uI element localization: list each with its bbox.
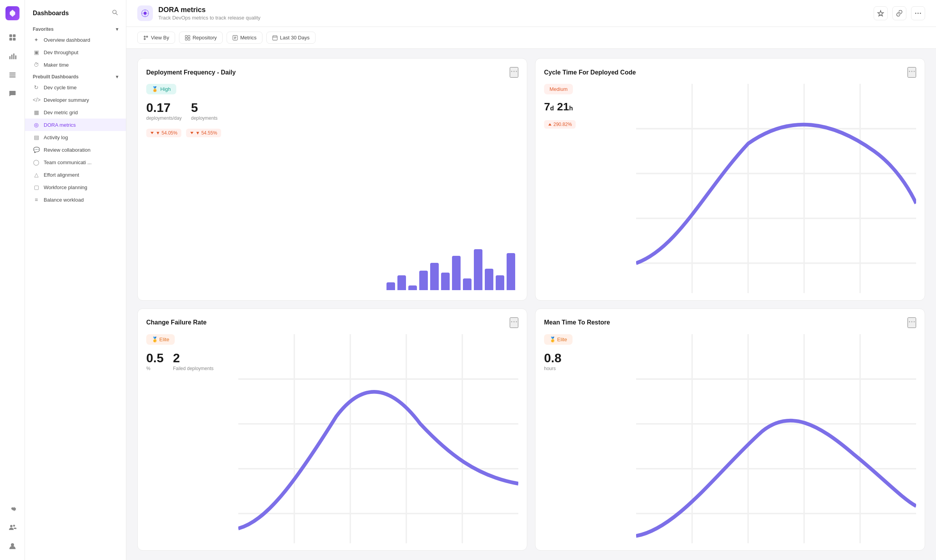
sidebar-item-label: Workforce planning xyxy=(44,184,87,190)
metric-value-1: 0.17 deployments/day xyxy=(146,101,182,121)
chart-nav-icon[interactable] xyxy=(5,48,20,64)
prebuilt-section[interactable]: Prebuilt Dashboards ▾ xyxy=(25,71,126,81)
svg-rect-3 xyxy=(13,38,16,41)
svg-rect-1 xyxy=(13,34,16,37)
dashboard-grid: Deployment Frequency - Daily 🏅 High 0.17 xyxy=(126,49,936,560)
favorites-section[interactable]: Favorites ▾ xyxy=(25,23,126,34)
svg-point-64 xyxy=(909,321,910,322)
repository-label: Repository xyxy=(193,35,217,41)
more-button[interactable] xyxy=(911,6,925,20)
svg-point-17 xyxy=(144,12,147,15)
svg-point-65 xyxy=(911,321,913,322)
overview-icon: ✦ xyxy=(33,37,40,43)
sidebar-item-workforce-planning[interactable]: ▢ Workforce planning xyxy=(25,181,126,193)
sidebar-item-dev-cycle-time[interactable]: ↻ Dev cycle time xyxy=(25,81,126,94)
svg-rect-4 xyxy=(9,56,11,59)
activity-icon: ▤ xyxy=(33,134,40,140)
sidebar-item-label: Dev metric grid xyxy=(44,110,78,115)
deployment-frequency-card: Deployment Frequency - Daily 🏅 High 0.17 xyxy=(137,58,527,301)
sidebar: Dashboards Favorites ▾ ✦ Overview dashbo… xyxy=(25,0,126,560)
card-menu-button[interactable] xyxy=(908,67,916,78)
favorite-button[interactable] xyxy=(874,6,888,20)
list-nav-icon[interactable] xyxy=(5,67,20,83)
metric-label: hours xyxy=(544,366,561,371)
sidebar-item-overview[interactable]: ✦ Overview dashboard xyxy=(25,34,126,46)
svg-rect-5 xyxy=(11,55,12,59)
sidebar-item-activity-log[interactable]: ▤ Activity log xyxy=(25,131,126,144)
metric-number-2: 2 xyxy=(173,352,213,364)
settings-nav-icon[interactable] xyxy=(5,501,20,516)
dora-header-icon xyxy=(137,5,153,21)
metric-values: 7d 21h xyxy=(544,101,630,112)
chat-nav-icon[interactable] xyxy=(5,86,20,101)
link-button[interactable] xyxy=(892,6,906,20)
svg-rect-2 xyxy=(9,38,12,41)
card-menu-button[interactable] xyxy=(510,67,518,78)
sidebar-item-dev-metric-grid[interactable]: ▦ Dev metric grid xyxy=(25,106,126,119)
svg-point-41 xyxy=(909,71,910,72)
code-icon: </> xyxy=(33,97,40,103)
sidebar-item-effort-alignment[interactable]: △ Effort alignment xyxy=(25,168,126,181)
user-nav-icon[interactable] xyxy=(5,538,20,554)
metric-value-2: 2 Failed deployments xyxy=(173,352,213,371)
change-failure-card: Change Failure Rate 🥇 Elite 0.5 % xyxy=(137,308,527,551)
sidebar-item-maker-time[interactable]: ⏱ Maker time xyxy=(25,58,126,71)
sidebar-item-label: Activity log xyxy=(44,135,68,140)
sidebar-item-team-communication[interactable]: ◯ Team communicati ... xyxy=(25,156,126,168)
cycle-icon: ↻ xyxy=(33,84,40,90)
card-menu-button[interactable] xyxy=(908,317,916,328)
change-badge-2: ▼ 54.55% xyxy=(186,129,221,137)
svg-rect-27 xyxy=(188,38,190,40)
dora-icon: ◎ xyxy=(33,122,40,128)
repository-filter[interactable]: Repository xyxy=(179,32,223,44)
sidebar-item-dev-throughput[interactable]: ▣ Dev throughput xyxy=(25,46,126,58)
svg-rect-32 xyxy=(273,36,277,40)
svg-point-11 xyxy=(10,525,12,527)
svg-point-20 xyxy=(920,13,921,14)
view-by-filter[interactable]: View By xyxy=(137,32,175,44)
line-chart-container xyxy=(636,334,916,544)
metrics-filter[interactable]: Metrics xyxy=(227,32,262,44)
card-menu-button[interactable] xyxy=(510,317,518,328)
grid-nav-icon[interactable] xyxy=(5,30,20,45)
bar xyxy=(386,282,395,290)
svg-marker-44 xyxy=(548,123,551,126)
sidebar-item-label: DORA metrics xyxy=(44,122,76,128)
sidebar-item-developer-summary[interactable]: </> Developer summary xyxy=(25,94,126,106)
icon-nav xyxy=(0,0,25,560)
change-badge-1: 290.82% xyxy=(544,120,576,129)
card-left: 🏅 High 0.17 deployments/day 5 deployment… xyxy=(146,84,232,293)
svg-rect-6 xyxy=(13,53,14,59)
metric-number: 7d 21h xyxy=(544,101,573,112)
svg-point-19 xyxy=(918,13,919,14)
sidebar-item-label: Dev throughput xyxy=(44,50,78,55)
svg-line-15 xyxy=(116,13,117,15)
svg-rect-9 xyxy=(9,74,16,76)
card-header: Cycle Time For Deployed Code xyxy=(544,67,916,78)
date-label: Last 30 Days xyxy=(280,35,310,41)
quality-badge: Medium xyxy=(544,84,573,94)
sidebar-item-review-collaboration[interactable]: 💬 Review collaboration xyxy=(25,144,126,156)
app-logo[interactable] xyxy=(5,6,20,20)
sidebar-search-icon[interactable] xyxy=(112,9,118,17)
metric-number: 0.5 xyxy=(146,352,163,364)
team-nav-icon[interactable] xyxy=(5,519,20,535)
bar xyxy=(408,285,417,290)
svg-point-23 xyxy=(144,38,146,40)
bar-chart-container xyxy=(238,84,518,293)
svg-point-42 xyxy=(911,71,913,72)
cycle-time-card: Cycle Time For Deployed Code Medium 7d 2… xyxy=(535,58,925,301)
sidebar-item-label: Developer summary xyxy=(44,97,89,103)
svg-marker-39 xyxy=(151,132,154,134)
throughput-icon: ▣ xyxy=(33,49,40,55)
sidebar-item-dora-metrics[interactable]: ◎ DORA metrics xyxy=(25,119,126,131)
date-filter[interactable]: Last 30 Days xyxy=(266,32,316,44)
review-icon: 💬 xyxy=(33,147,40,153)
svg-point-38 xyxy=(516,71,517,72)
metric-values: 0.8 hours xyxy=(544,352,630,371)
card-left: 🥇 Elite 0.5 % 2 Failed deployments xyxy=(146,334,232,544)
sidebar-item-balance-workload[interactable]: ≡ Balance workload xyxy=(25,193,126,206)
metric-values: 0.5 % 2 Failed deployments xyxy=(146,352,232,371)
svg-rect-7 xyxy=(15,55,16,59)
sidebar-item-label: Dev cycle time xyxy=(44,85,77,90)
